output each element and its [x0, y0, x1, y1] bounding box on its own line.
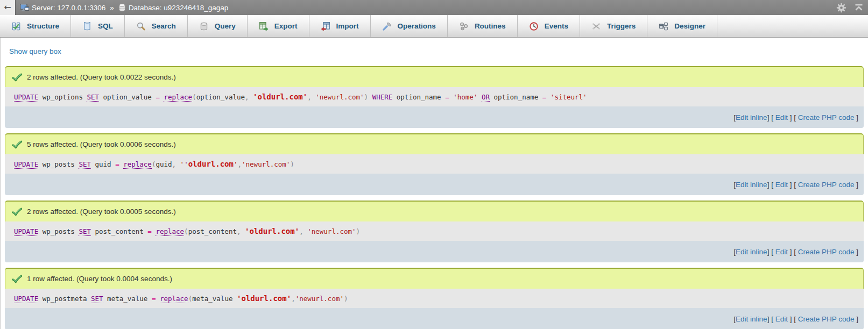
database-label: Database: u923246418_gagap — [129, 4, 228, 12]
success-text: 2 rows affected. (Query took 0.0022 seco… — [27, 73, 176, 81]
query-actions: [Edit inline] [ Edit ] [ Create PHP code… — [5, 174, 864, 195]
show-query-box-link[interactable]: Show query box — [9, 47, 61, 55]
designer-icon — [659, 22, 668, 31]
create-php-code-link[interactable]: Create PHP code — [798, 248, 855, 256]
events-icon — [529, 22, 539, 31]
edit-inline-link[interactable]: Edit inline — [736, 248, 767, 256]
tab-label: Export — [274, 22, 298, 30]
server-crumb[interactable]: Server: 127.0.0.1:3306 — [20, 3, 105, 12]
edit-link[interactable]: Edit — [775, 181, 788, 189]
success-message: 5 rows affected. (Query took 0.0006 seco… — [5, 133, 864, 154]
success-message: 2 rows affected. (Query took 0.0022 seco… — [5, 66, 864, 87]
tab-sql[interactable]: SQL — [71, 15, 125, 37]
create-php-code-link[interactable]: Create PHP code — [798, 181, 855, 189]
edit-link[interactable]: Edit — [775, 113, 788, 121]
success-message: 2 rows affected. (Query took 0.0005 seco… — [5, 201, 864, 221]
sql-query: UPDATE wp_posts SET post_content = repla… — [5, 221, 864, 241]
tab-search[interactable]: Search — [125, 15, 188, 37]
export-icon — [259, 22, 269, 31]
operations-icon — [382, 22, 392, 31]
success-check-icon — [12, 208, 23, 216]
tab-label: Operations — [398, 22, 436, 30]
tab-events[interactable]: Events — [518, 15, 580, 37]
structure-icon — [11, 22, 21, 31]
tab-label: Triggers — [607, 22, 636, 30]
tab-label: Import — [336, 22, 359, 30]
sql-icon — [82, 22, 92, 31]
main-content: Show query box 2 rows affected. (Query t… — [0, 38, 868, 329]
tab-label: Search — [152, 22, 176, 30]
breadcrumb: Server: 127.0.0.1:3306 » Database: u9232… — [20, 3, 228, 12]
tab-designer[interactable]: Designer — [647, 15, 717, 37]
tab-triggers[interactable]: Triggers — [580, 15, 647, 37]
query-actions: [Edit inline] [ Edit ] [ Create PHP code… — [5, 106, 864, 128]
tab-label: Routines — [475, 22, 506, 30]
query-result-block: 1 row affected. (Query took 0.0004 secon… — [5, 268, 864, 329]
tab-structure[interactable]: Structure — [0, 15, 71, 37]
query-result-block: 5 rows affected. (Query took 0.0006 seco… — [5, 133, 864, 195]
edit-inline-link[interactable]: Edit inline — [736, 315, 767, 323]
tab-import[interactable]: Import — [309, 15, 371, 37]
back-arrow-icon: ← — [4, 2, 11, 12]
edit-link[interactable]: Edit — [775, 248, 788, 256]
tab-label: Events — [545, 22, 568, 30]
database-icon — [118, 3, 126, 12]
success-text: 1 row affected. (Query took 0.0004 secon… — [27, 275, 172, 283]
query-result-block: 2 rows affected. (Query took 0.0005 seco… — [5, 201, 864, 262]
query-result-block: 2 rows affected. (Query took 0.0022 seco… — [5, 66, 864, 128]
success-check-icon — [12, 140, 23, 149]
success-check-icon — [12, 275, 23, 283]
collapse-panel-icon[interactable] — [853, 2, 864, 13]
server-icon — [20, 3, 29, 12]
triggers-icon — [591, 22, 601, 31]
tab-label: Structure — [27, 22, 59, 30]
success-check-icon — [12, 73, 23, 82]
nav-tabs: Structure SQL Search Query Export Import… — [0, 15, 868, 38]
settings-gear-icon[interactable] — [836, 3, 846, 13]
tab-export[interactable]: Export — [248, 15, 309, 37]
create-php-code-link[interactable]: Create PHP code — [798, 315, 855, 323]
search-icon — [136, 22, 146, 31]
query-actions: [Edit inline] [ Edit ] [ Create PHP code… — [5, 241, 864, 262]
breadcrumb-separator: » — [110, 4, 114, 12]
sql-query: UPDATE wp_postmeta SET meta_value = repl… — [5, 289, 864, 308]
import-icon — [321, 22, 330, 31]
server-label: Server: 127.0.0.1:3306 — [32, 4, 105, 12]
tab-label: Query — [215, 22, 236, 30]
success-text: 2 rows affected. (Query took 0.0005 seco… — [27, 208, 176, 216]
top-bar: ← Server: 127.0.0.1:3306 » Database: u92… — [0, 0, 868, 15]
tab-operations[interactable]: Operations — [371, 15, 448, 37]
query-icon — [199, 22, 209, 31]
results: 2 rows affected. (Query took 0.0022 seco… — [5, 66, 864, 329]
database-crumb[interactable]: Database: u923246418_gagap — [118, 3, 228, 12]
success-message: 1 row affected. (Query took 0.0004 secon… — [5, 268, 864, 289]
query-actions: [Edit inline] [ Edit ] [ Create PHP code… — [5, 308, 864, 329]
edit-link[interactable]: Edit — [775, 315, 788, 323]
tab-label: SQL — [98, 22, 113, 30]
routines-icon — [459, 22, 469, 31]
tab-label: Designer — [674, 22, 705, 30]
tab-routines[interactable]: Routines — [448, 15, 518, 37]
edit-inline-link[interactable]: Edit inline — [736, 181, 767, 189]
sql-query: UPDATE wp_options SET option_value = rep… — [5, 87, 864, 106]
create-php-code-link[interactable]: Create PHP code — [798, 113, 855, 121]
tab-query[interactable]: Query — [188, 15, 248, 37]
edit-inline-link[interactable]: Edit inline — [736, 113, 767, 121]
sql-query: UPDATE wp_posts SET guid = replace(guid,… — [5, 154, 864, 174]
back-button[interactable]: ← — [0, 0, 16, 15]
success-text: 5 rows affected. (Query took 0.0006 seco… — [27, 140, 176, 148]
